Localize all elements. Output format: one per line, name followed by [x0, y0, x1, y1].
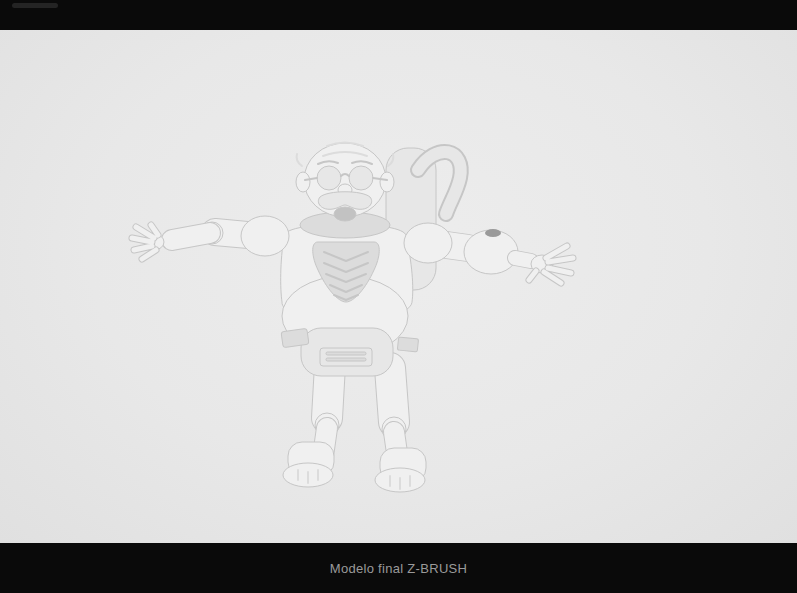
presentation-frame: Modelo final Z-BRUSH — [0, 0, 797, 593]
model-head — [296, 143, 394, 222]
character-model-render — [0, 30, 797, 543]
model-boots — [283, 442, 426, 492]
top-left-notch — [12, 3, 58, 8]
model-right-arm — [432, 229, 573, 283]
letterbox-bottom: Modelo final Z-BRUSH — [0, 543, 797, 593]
render-canvas — [0, 30, 797, 543]
model-left-arm — [132, 222, 258, 259]
caption-text: Modelo final Z-BRUSH — [330, 561, 468, 576]
letterbox-top — [0, 0, 797, 30]
